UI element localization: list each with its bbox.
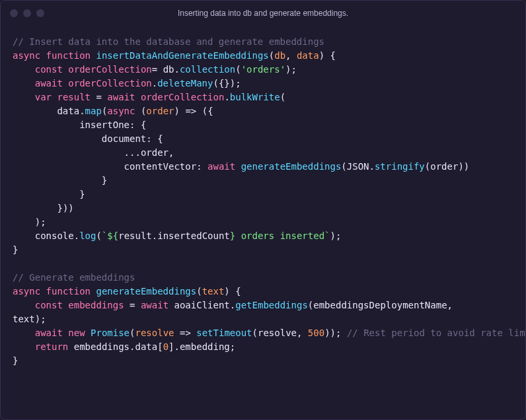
identifier: resolve (258, 328, 297, 338)
identifier: JSON (347, 161, 369, 172)
param: text (202, 286, 225, 297)
identifier: result (57, 92, 91, 102)
keyword-return: return (35, 341, 69, 352)
keyword-await: await (207, 161, 235, 172)
number-literal: 0 (163, 341, 169, 352)
keyword-async: async (13, 50, 40, 61)
function-call: generateEmbeddings (241, 161, 342, 172)
keyword-new: new (68, 328, 85, 338)
identifier: console (35, 230, 74, 241)
code-content: // Insert data into the database and gen… (1, 26, 525, 377)
arrow: => (180, 328, 191, 338)
property: insertOne (79, 120, 130, 130)
code-comment: // Rest period to avoid rate limiting on… (347, 328, 526, 338)
keyword-async: async (13, 286, 40, 297)
method-call: bulkWrite (230, 92, 280, 102)
window-titlebar: Inserting data into db and generate embe… (1, 1, 525, 26)
method-call: stringify (375, 161, 425, 172)
close-button[interactable] (10, 9, 18, 17)
identifier: result (118, 230, 152, 241)
identifier: order (141, 147, 169, 158)
identifier: db (163, 64, 174, 75)
function-call: setTimeout (196, 328, 252, 338)
method-call: map (85, 106, 102, 116)
template-literal: } orders inserted` (230, 230, 330, 241)
property: insertedCount (157, 230, 230, 241)
function-name: insertDataAndGenerateEmbeddings (96, 50, 268, 61)
param: db (274, 50, 285, 61)
identifier: aoaiClient (174, 300, 230, 310)
param: data (297, 50, 319, 61)
keyword-var: var (35, 92, 52, 102)
identifier: embeddingsDeploymentName (313, 300, 447, 310)
identifier: order (430, 161, 458, 172)
identifier: data (57, 106, 79, 116)
maximize-button[interactable] (36, 9, 44, 17)
keyword-function: function (46, 286, 91, 297)
window-title: Inserting data into db and generate embe… (178, 7, 348, 19)
identifier: orderCollection (68, 78, 151, 88)
identifier: embeddings (68, 300, 124, 310)
keyword-await: await (107, 92, 135, 102)
keyword-async: async (107, 106, 135, 116)
method-call: deleteMany (157, 78, 213, 88)
code-comment: // Insert data into the database and gen… (13, 36, 324, 47)
traffic-lights (10, 9, 44, 17)
function-name: generateEmbeddings (96, 286, 196, 297)
identifier: orderCollection (141, 92, 224, 102)
identifier: text (13, 314, 35, 324)
string-literal: 'orders' (241, 64, 285, 75)
method-call: log (79, 230, 96, 241)
arrow: => (185, 106, 196, 116)
method-call: collection (180, 64, 235, 75)
template-literal: `${ (102, 230, 118, 241)
number-literal: 500 (308, 328, 324, 338)
property: embedding (180, 341, 230, 352)
minimize-button[interactable] (23, 9, 31, 17)
property: document (102, 133, 146, 144)
identifier: orderCollection (68, 64, 151, 75)
property: contentVector (124, 161, 197, 172)
identifier: embeddings (74, 341, 130, 352)
keyword-const: const (35, 300, 63, 310)
class-name: Promise (91, 328, 130, 338)
keyword-function: function (46, 50, 91, 61)
keyword-await: await (141, 300, 169, 310)
param: resolve (135, 328, 174, 338)
property: data (135, 341, 157, 352)
param: order (146, 106, 174, 116)
method-call: getEmbeddings (235, 300, 308, 310)
keyword-await: await (35, 328, 63, 338)
code-comment: // Generate embeddings (13, 272, 135, 283)
keyword-await: await (35, 78, 63, 88)
keyword-const: const (35, 64, 63, 75)
